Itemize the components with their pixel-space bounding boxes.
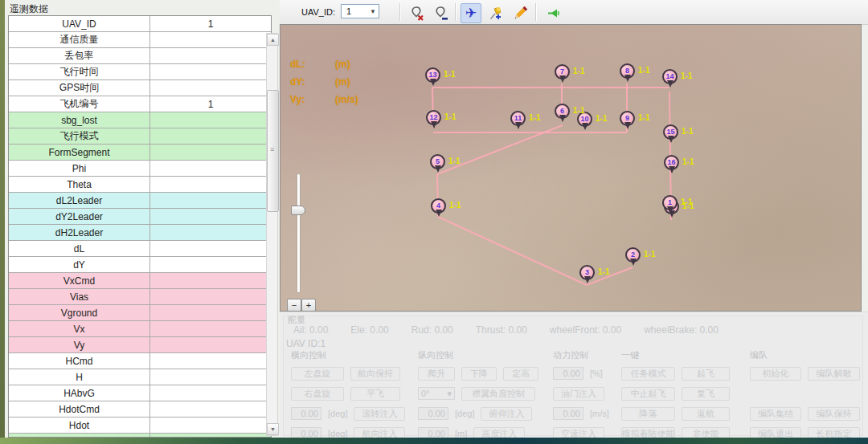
button-滚转注入[interactable]: 滚转注入: [354, 407, 405, 421]
table-row-label: 通信质量: [9, 32, 150, 47]
table-row-label: HdotCmd: [9, 401, 150, 417]
table-row[interactable]: 飞行模式: [9, 128, 271, 145]
zoom-in-button[interactable]: +: [301, 299, 316, 312]
button-右盘旋[interactable]: 右盘旋: [291, 387, 344, 401]
button-初始化[interactable]: 初始化: [750, 367, 801, 381]
button-俯仰注入[interactable]: 俯仰注入: [481, 407, 532, 421]
table-row-label: Phi: [9, 161, 150, 176]
telemetry-table-body: UAV_ID1通信质量丢包率飞行时间GPS时间飞机编号1sbg_lost飞行模式…: [9, 16, 271, 438]
button-油门注入[interactable]: 油门注入: [553, 387, 604, 401]
table-row-value: [150, 161, 271, 176]
button-中止起飞[interactable]: 中止起飞: [621, 387, 675, 401]
map-marker[interactable]: 1: [662, 195, 678, 210]
map-marker[interactable]: 16: [664, 155, 679, 170]
button-编队解散[interactable]: 编队解散: [808, 367, 860, 381]
button-编队集结[interactable]: 编队集结: [750, 407, 801, 421]
button-复飞[interactable]: 复飞: [682, 387, 730, 401]
control-row: 0°▾襟翼角度控制: [418, 387, 538, 400]
map-marker[interactable]: 3: [579, 265, 595, 280]
table-row[interactable]: dY: [9, 257, 271, 273]
table-row[interactable]: Vx: [9, 321, 271, 337]
input-field[interactable]: 0.00: [291, 407, 321, 420]
map-marker[interactable]: 9: [620, 111, 635, 126]
map-zoom-slider-thumb[interactable]: [291, 206, 305, 215]
map-view[interactable]: dL:(m) dY:(m) Vy:(m/s) 1-111-1131-171-18…: [280, 24, 862, 312]
edit-pencil-icon: [512, 6, 528, 22]
table-row[interactable]: VxCmd: [9, 273, 271, 289]
telemetry-table: UAV_ID1通信质量丢包率飞行时间GPS时间飞机编号1sbg_lost飞行模式…: [8, 15, 272, 438]
table-row[interactable]: Phi: [9, 161, 271, 177]
map-marker[interactable]: 5: [430, 154, 445, 169]
map-zoom-slider[interactable]: [297, 173, 301, 293]
table-row[interactable]: dH2Leader: [9, 225, 271, 241]
scroll-up-icon[interactable]: ▲: [267, 34, 279, 46]
map-marker[interactable]: 14: [662, 69, 678, 84]
map-marker[interactable]: 15: [663, 124, 678, 140]
airplane-mode-button[interactable]: ✈: [461, 3, 481, 23]
button-下降[interactable]: 下降: [461, 367, 497, 381]
zoom-out-button[interactable]: −: [287, 299, 301, 312]
table-row[interactable]: HCmd: [9, 353, 271, 369]
table-row[interactable]: 丢包率: [9, 48, 271, 64]
table-row-value: [150, 80, 271, 96]
table-row[interactable]: Vias: [9, 289, 271, 305]
table-row[interactable]: UAV_ID1: [9, 16, 271, 32]
button-平飞[interactable]: 平飞: [350, 387, 400, 401]
button-降落[interactable]: 降落: [621, 407, 675, 421]
button-爬升[interactable]: 爬升: [418, 367, 455, 381]
edit-button[interactable]: [510, 3, 530, 23]
map-marker[interactable]: 2: [625, 247, 641, 263]
table-row[interactable]: HAbvG: [9, 385, 271, 401]
table-row-label: 飞行时间: [9, 64, 150, 79]
table-row[interactable]: 通信质量: [9, 32, 271, 48]
map-marker-number: 5: [436, 158, 440, 165]
table-row-value: [150, 225, 271, 240]
button-任务模式[interactable]: 任务模式: [621, 367, 675, 381]
table-row[interactable]: sbg_lost: [9, 112, 271, 128]
waypoint-delete-button[interactable]: [407, 3, 428, 23]
map-marker-number: 8: [625, 67, 629, 75]
scroll-down-icon[interactable]: ▼: [267, 423, 279, 435]
map-marker[interactable]: 12: [426, 110, 441, 125]
button-返航[interactable]: 返航: [682, 407, 730, 421]
table-row[interactable]: dL2Leader: [9, 193, 271, 209]
input-field[interactable]: 0.00: [553, 367, 583, 380]
map-marker[interactable]: 7: [555, 64, 570, 79]
select-0°[interactable]: 0°▾: [418, 387, 455, 400]
map-marker[interactable]: 13: [425, 67, 440, 83]
button-定高[interactable]: 定高: [503, 367, 538, 381]
map-marker[interactable]: 4: [431, 198, 446, 214]
uav-id-select[interactable]: 1 ▼: [341, 4, 379, 18]
waypoint-remove-button[interactable]: [431, 3, 452, 23]
scroll-thumb[interactable]: [267, 90, 279, 212]
announce-button[interactable]: [543, 3, 564, 23]
input-field[interactable]: 0.00: [553, 407, 583, 420]
button-航向保持[interactable]: 航向保持: [350, 367, 400, 381]
table-row-label: Vias: [9, 289, 150, 304]
map-marker[interactable]: 8: [620, 63, 635, 79]
table-row[interactable]: Vground: [9, 305, 271, 321]
table-row[interactable]: GPS时间: [9, 80, 271, 96]
telemetry-table-scrollbar[interactable]: ▲ ▼: [266, 33, 278, 436]
servo-stat: Ail: 0.00: [293, 324, 328, 336]
table-row[interactable]: dY2Leader: [9, 209, 271, 225]
map-marker[interactable]: 6: [555, 104, 570, 119]
table-row[interactable]: 飞机编号1: [9, 96, 271, 112]
map-marker[interactable]: 11: [510, 111, 526, 126]
control-row: 任务模式起飞: [621, 367, 730, 380]
table-row[interactable]: H: [9, 369, 271, 385]
table-row[interactable]: Hdot: [9, 418, 271, 434]
table-row[interactable]: Theta: [9, 177, 271, 193]
table-row[interactable]: Vy: [9, 337, 271, 353]
add-pin-button[interactable]: [485, 3, 506, 23]
input-field[interactable]: 0.00: [418, 407, 448, 420]
button-编队保持[interactable]: 编队保持: [808, 407, 860, 421]
button-襟翼角度控制[interactable]: 襟翼角度控制: [461, 387, 535, 401]
table-row[interactable]: dL: [9, 241, 271, 257]
table-row[interactable]: FormSegment: [9, 145, 271, 161]
table-row-label: Vy: [9, 337, 150, 352]
button-左盘旋[interactable]: 左盘旋: [291, 367, 344, 381]
button-起飞[interactable]: 起飞: [682, 367, 730, 381]
table-row[interactable]: 飞行时间: [9, 64, 271, 80]
table-row[interactable]: HdotCmd: [9, 401, 271, 418]
